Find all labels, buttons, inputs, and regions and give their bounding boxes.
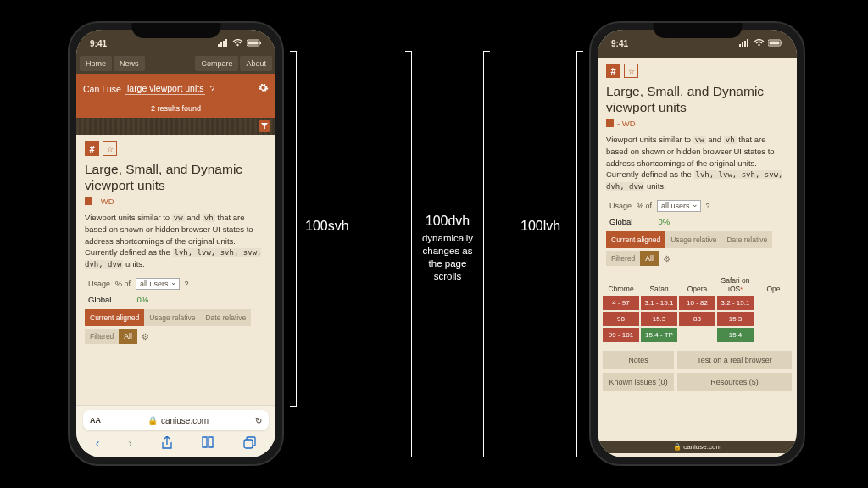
svg-rect-0 [218,44,220,47]
top-nav: Home News Compare About [76,53,275,74]
label-dvh-sub: dynamically changes as the page scrolls [418,232,477,283]
tab-resources[interactable]: Resources (5) [677,373,792,391]
tab-filtered[interactable]: Filtered [606,251,640,266]
share-icon[interactable] [161,436,173,452]
table-row: 99 - 10115.4 - TP15.4 [603,328,792,342]
search-suffix: ? [209,84,214,94]
svg-rect-12 [747,39,748,47]
global-value: 0% [136,295,148,304]
support-cell: 10 - 82 [679,296,715,310]
nav-compare[interactable]: Compare [195,56,238,71]
usage-help[interactable]: ? [706,202,710,210]
status-time: 9:41 [611,39,628,48]
battery-icon [768,39,783,48]
bracket-dvh-right [483,51,490,458]
global-row: Global 0% [85,292,267,309]
feature-description: Viewport units similar to vw and vh that… [606,134,788,193]
tab-notes[interactable]: Notes [603,351,674,369]
tab-date-relative[interactable]: Date relative [200,309,251,326]
global-value: 0% [658,217,670,226]
global-label: Global [88,295,111,304]
bracket-lvh [576,51,583,458]
filter-icon[interactable] [259,120,270,132]
svg-rect-2 [223,41,225,47]
support-cell [755,312,792,326]
filter-tabs: Filtered All ⚙ [85,329,267,344]
support-cell: 3.2 - 15.1 [717,296,754,310]
spec-status: - WD [606,119,788,128]
label-lvh: 100lvh [520,219,560,234]
doc-icon [85,197,92,205]
search-panel: Can I use large viewport units ? [76,74,275,99]
svg-rect-15 [770,41,780,44]
phone-screen: 9:41 # ☆ Large, Small, and Dynamic viewp… [598,30,797,458]
reader-aa[interactable]: AA [90,416,101,424]
support-cell [755,296,792,310]
back-icon[interactable]: ‹ [96,436,100,452]
feature-description: Viewport units similar to vw and vh that… [85,212,267,271]
tab-test[interactable]: Test on a real browser [677,351,792,369]
nav-about[interactable]: About [240,56,272,71]
tab-usage-relative[interactable]: Usage relative [665,231,721,248]
results-count: 2 results found [76,99,275,118]
support-cell: 99 - 101 [603,328,639,342]
support-table: Chrome Safari Opera Safari on iOS* Ope 4… [598,271,797,347]
usage-select[interactable]: all users [136,278,180,290]
bracket-dvh-left [405,51,412,458]
tab-usage-relative[interactable]: Usage relative [144,309,200,326]
bookmarks-icon[interactable] [201,436,214,452]
tab-all[interactable]: All [119,329,136,344]
hash-icon[interactable]: # [606,64,620,78]
svg-rect-1 [220,42,222,47]
usage-label: Usage [88,280,110,288]
address-bar[interactable]: AA 🔒caniuse.com ↻ [83,410,269,430]
status-icons [739,39,783,48]
usage-help[interactable]: ? [185,280,189,288]
tab-current-aligned[interactable]: Current aligned [85,309,144,326]
usage-select[interactable]: all users [657,200,701,212]
support-cell: 4 - 97 [603,296,639,310]
alignment-tabs: Current aligned Usage relative Date rela… [606,231,788,248]
signal-icon [739,39,750,48]
battery-icon [247,39,262,48]
usage-pctof: % of [115,280,131,288]
wifi-icon [754,39,765,48]
support-cell: 15.3 [641,312,677,326]
gear-icon[interactable] [258,82,269,95]
svg-rect-16 [782,42,783,44]
reload-icon[interactable]: ↻ [255,416,262,425]
hash-icon[interactable]: # [85,141,99,156]
safari-toolbar: ‹ › [76,433,275,458]
usage-row: Usage % of all users ? [85,275,267,292]
tabs-icon[interactable] [243,436,256,452]
svg-rect-6 [248,41,259,44]
nav-home[interactable]: Home [80,56,112,71]
global-label: Global [609,217,632,226]
search-input[interactable]: large viewport units [125,83,205,95]
col-chrome: Chrome [603,285,639,293]
phone-right: 9:41 # ☆ Large, Small, and Dynamic viewp… [589,21,805,466]
nav-news[interactable]: News [114,56,145,71]
alignment-tabs: Current aligned Usage relative Date rela… [85,309,267,326]
tab-filtered[interactable]: Filtered [85,329,119,344]
svg-rect-7 [260,42,262,44]
safari-chrome: AA 🔒caniuse.com ↻ ‹ › [76,405,275,458]
star-icon[interactable]: ☆ [624,64,638,78]
bracket-svh [290,51,297,407]
lock-icon: 🔒 [147,416,158,425]
tab-date-relative[interactable]: Date relative [721,231,772,248]
signal-icon [218,39,229,48]
gear-icon-small[interactable]: ⚙ [142,332,149,341]
tab-all[interactable]: All [640,251,658,266]
support-cell: 15.4 - TP [641,328,677,342]
support-cell: 15.3 [717,312,754,326]
table-row: 9815.38315.3 [603,312,792,326]
support-cell [755,328,792,342]
gear-icon-small[interactable]: ⚙ [663,254,670,263]
tab-current-aligned[interactable]: Current aligned [606,231,665,248]
minimized-address-bar[interactable]: 🔒 caniuse.com [598,441,797,453]
col-opera: Opera [679,285,715,293]
star-icon[interactable]: ☆ [103,141,117,156]
tab-issues[interactable]: Known issues (0) [603,373,674,391]
support-cell: 15.4 [717,328,754,342]
